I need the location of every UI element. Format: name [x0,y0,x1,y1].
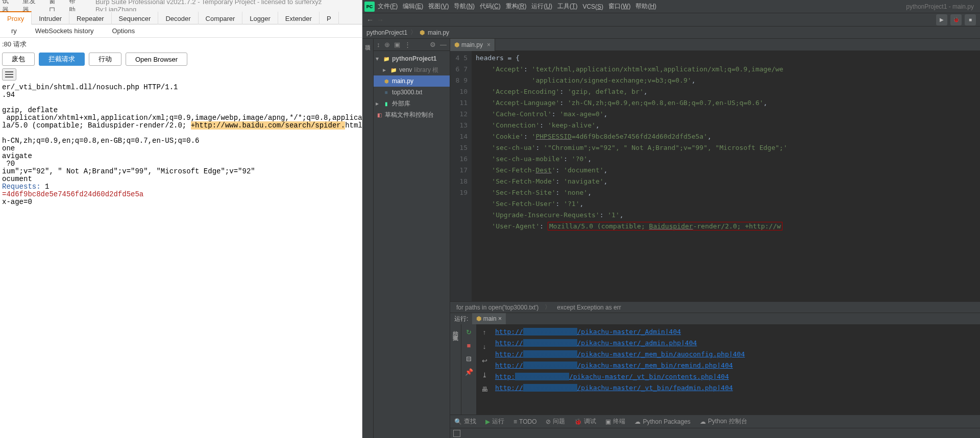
collapse-icon[interactable]: ↕ [377,41,380,48]
tab-decoder[interactable]: Decoder [158,11,198,24]
wrap-icon[interactable]: ↩ [480,356,489,365]
tree-scratches[interactable]: ◧ 草稿文件和控制台 [374,109,450,120]
console-link[interactable]: http:// [495,384,523,392]
intercept-button[interactable]: 拦截请求 [39,53,85,66]
tree-external-libs[interactable]: ▸ ▮ 外部库 [374,98,450,109]
action-button[interactable]: 行动 [89,53,121,66]
tab-main-py[interactable]: ⬢ main.py × [450,39,495,51]
expand-icon[interactable]: ▣ [394,41,400,48]
menu-edit[interactable]: 编辑(E) [403,2,423,11]
target-icon[interactable]: ⊕ [384,41,390,48]
menu-navigate[interactable]: 导航(N) [454,2,475,11]
stop-icon[interactable]: ■ [965,14,976,25]
tab-extender[interactable]: Extender [278,11,320,24]
console-link[interactable]: /pikachu-master/_vt_bin/fpadmin.php|404 [577,384,733,392]
console-link[interactable]: http:// [495,328,523,336]
stop-icon[interactable]: ■ [464,341,474,350]
menu-file[interactable]: 文件(F) [378,2,398,11]
subtab-options[interactable]: Options [103,24,144,38]
menu-refactor[interactable]: 重构(R) [506,2,527,11]
menu-tools[interactable]: 工具(T) [557,2,577,11]
console-link[interactable]: /pikachu-master/_Admin|404 [577,328,681,336]
run-config-icon[interactable]: ▶ [936,14,947,25]
console-link[interactable]: http: [495,373,515,380]
tree-main-py[interactable]: ⬢ main.py [374,75,450,87]
rerun-icon[interactable]: ↻ [464,327,474,337]
debug-tool[interactable]: 🐞 调试 [574,417,596,426]
breadcrumb-item[interactable]: pythonProject1 [366,29,407,36]
tab-sequencer[interactable]: Sequencer [112,11,159,24]
crumb-item[interactable]: for paths in open('top3000.txt') [456,304,538,311]
tab-proxy[interactable]: Proxy [0,11,32,24]
library-icon: ▮ [383,100,390,107]
down-icon[interactable]: ↓ [480,342,489,351]
console-output[interactable]: http://xxxxxxxxxxxxx/pikachu-master/_Adm… [492,324,980,415]
menu-code[interactable]: 代码(C) [480,2,501,11]
gear-icon[interactable]: ⚙ [430,41,436,48]
menu-window[interactable]: 窗口(W) [608,2,630,11]
editor-tabs: ⬢ main.py × [450,39,980,51]
drop-button[interactable]: 废包 [2,53,35,66]
editor-area: ⬢ main.py × 4 5 6 7 8 9 10 11 12 13 14 1… [450,39,980,438]
console-link[interactable]: /pikachu-master/_mem_bin/auoconfig.php|4… [577,350,745,358]
close-icon[interactable]: × [498,315,502,322]
list-icon[interactable] [2,68,16,81]
run-body: 结构 收藏夹 ↻ ■ ⊟ 📌 ↑ ↓ ↩ ⤓ 🖶 [450,324,980,415]
console-link[interactable]: http:// [495,350,523,358]
burp-titlebar: 试器 重发器 窗口 帮助 Burp Suite Professional v20… [0,0,362,11]
folder-icon: 📁 [383,55,390,62]
python-console-tool[interactable]: ☁ Python 控制台 [700,417,747,426]
layout-icon[interactable]: ⊟ [464,354,474,363]
debug-config-icon[interactable]: 🐞 [950,14,962,25]
python-packages-tool[interactable]: ☁ Python Packages [634,418,690,425]
console-link[interactable]: /pikachu-master/_vt_bin/contents.php|404 [569,373,729,380]
python-file-icon: ⬢ [454,41,459,48]
console-link[interactable]: http:// [495,339,523,347]
terminal-tool[interactable]: ▣ 终端 [605,417,625,426]
request-text: 1 [41,183,50,191]
run-tool[interactable]: ▶ 运行 [485,417,504,426]
crumb-item[interactable]: except Exception as err [557,304,621,311]
nav-back-icon[interactable]: ← [366,16,374,24]
more-icon[interactable]: ⋮ [404,41,411,48]
tree-venv[interactable]: ▸ 📁 venv library 根 [374,64,450,75]
problems-tool[interactable]: ⊘ 问题 [546,417,565,426]
console-link[interactable]: /pikachu-master/_admin.php|404 [577,339,697,347]
breadcrumb-item[interactable]: main.py [428,29,449,36]
subtab-history[interactable]: ry [2,24,26,38]
scroll-icon[interactable]: ⤓ [480,370,489,379]
menu-view[interactable]: 视图(V) [428,2,449,11]
pin-icon[interactable]: 📌 [464,367,474,376]
code-content[interactable]: headers = { 'Accept': 'text/html,applica… [472,51,980,301]
print-icon[interactable]: 🖶 [480,384,489,394]
hide-icon[interactable]: — [440,41,447,48]
run-tab[interactable]: ⬢ main × [472,313,506,324]
python-file-icon: ⬢ [383,78,390,85]
subtab-ws-history[interactable]: WebSockets history [26,24,103,38]
status-bar [450,428,980,438]
open-browser-button[interactable]: Open Browser [126,53,187,66]
console-link[interactable]: /pikachu-master/_mem_bin/remind.php|404 [577,362,733,369]
tab-intruder[interactable]: Intruder [32,11,69,24]
indicator-icon[interactable] [453,430,460,437]
up-icon[interactable]: ↑ [480,327,489,337]
project-tree: ▾ 📁 pythonProject1 ▸ 📁 venv library 根 ⬢ … [374,51,450,122]
menu-help[interactable]: 帮助(H) [635,2,656,11]
code-editor[interactable]: 4 5 6 7 8 9 10 11 12 13 14 15 16 17 18 1… [450,51,980,301]
menu-run[interactable]: 运行(U) [531,2,552,11]
tab-more[interactable]: P [320,11,339,24]
nav-forward-icon[interactable]: → [377,16,384,24]
tab-repeater[interactable]: Repeater [69,11,111,24]
request-editor[interactable]: er/_vti_bin/shtml.dll/nosuch.php HTTP/1.… [0,83,362,438]
tree-project-root[interactable]: ▾ 📁 pythonProject1 [374,53,450,64]
todo-tool[interactable]: ≡ TODO [513,418,536,425]
menu-vcs[interactable]: VCS(S) [582,3,603,10]
close-icon[interactable]: × [487,41,491,48]
tab-comparer[interactable]: Comparer [199,11,243,24]
find-tool[interactable]: 🔍 查找 [454,417,476,426]
console-link[interactable]: http:// [495,362,523,369]
run-panel: 运行: ⬢ main × 结构 收藏夹 ↻ ■ ⊟ [450,313,980,415]
window-title: pythonProject1 - main.py [906,3,974,10]
tree-top3000[interactable]: ≡ top3000.txt [374,87,450,98]
tab-logger[interactable]: Logger [242,11,278,24]
